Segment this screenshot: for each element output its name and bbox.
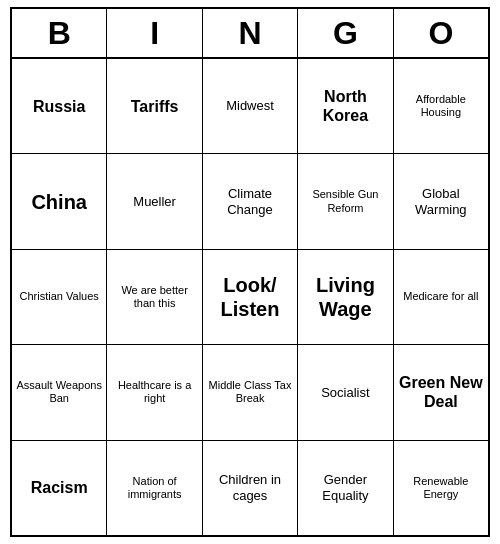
bingo-cell: Middle Class Tax Break: [203, 345, 298, 439]
bingo-cell: Russia: [12, 59, 107, 153]
bingo-row: Assault Weapons BanHealthcare is a right…: [12, 345, 488, 440]
bingo-cell: Healthcare is a right: [107, 345, 202, 439]
bingo-cell: Gender Equality: [298, 441, 393, 535]
bingo-cell: Affordable Housing: [394, 59, 488, 153]
bingo-cell: Living Wage: [298, 250, 393, 344]
bingo-header: BINGO: [12, 9, 488, 59]
bingo-cell: Green New Deal: [394, 345, 488, 439]
bingo-cell: Christian Values: [12, 250, 107, 344]
bingo-cell: North Korea: [298, 59, 393, 153]
bingo-cell: Sensible Gun Reform: [298, 154, 393, 248]
bingo-row: RussiaTariffsMidwestNorth KoreaAffordabl…: [12, 59, 488, 154]
bingo-cell: Racism: [12, 441, 107, 535]
bingo-row: Christian ValuesWe are better than thisL…: [12, 250, 488, 345]
bingo-row: RacismNation of immigrantsChildren in ca…: [12, 441, 488, 535]
bingo-cell: China: [12, 154, 107, 248]
bingo-grid: RussiaTariffsMidwestNorth KoreaAffordabl…: [12, 59, 488, 535]
bingo-cell: Assault Weapons Ban: [12, 345, 107, 439]
header-letter: G: [298, 9, 393, 57]
bingo-cell: Look/ Listen: [203, 250, 298, 344]
bingo-cell: Midwest: [203, 59, 298, 153]
bingo-cell: Mueller: [107, 154, 202, 248]
bingo-cell: Climate Change: [203, 154, 298, 248]
bingo-cell: Socialist: [298, 345, 393, 439]
bingo-cell: We are better than this: [107, 250, 202, 344]
bingo-cell: Tariffs: [107, 59, 202, 153]
bingo-cell: Nation of immigrants: [107, 441, 202, 535]
header-letter: B: [12, 9, 107, 57]
bingo-cell: Renewable Energy: [394, 441, 488, 535]
header-letter: N: [203, 9, 298, 57]
header-letter: I: [107, 9, 202, 57]
bingo-row: ChinaMuellerClimate ChangeSensible Gun R…: [12, 154, 488, 249]
bingo-card: BINGO RussiaTariffsMidwestNorth KoreaAff…: [10, 7, 490, 537]
header-letter: O: [394, 9, 488, 57]
bingo-cell: Medicare for all: [394, 250, 488, 344]
bingo-cell: Global Warming: [394, 154, 488, 248]
bingo-cell: Children in cages: [203, 441, 298, 535]
